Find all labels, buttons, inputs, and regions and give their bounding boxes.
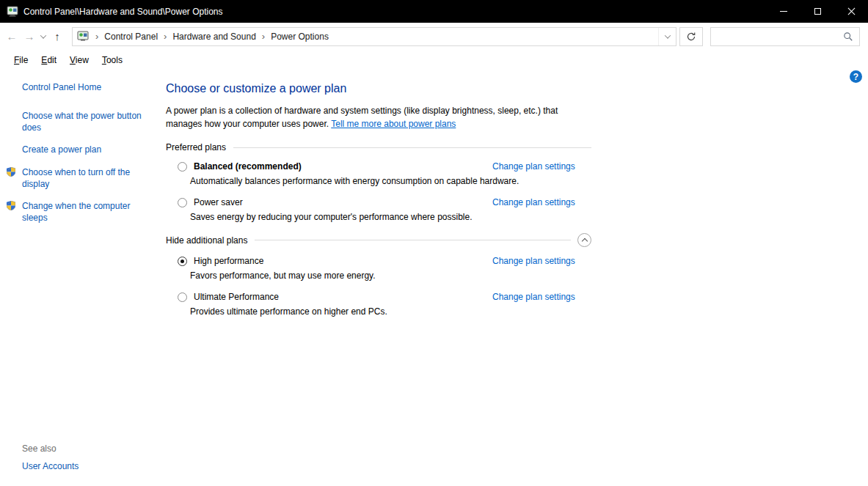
menu-item-edit[interactable]: Edit <box>34 51 63 69</box>
plan-row-high-performance: High performance Change plan settings Fa… <box>166 256 591 281</box>
breadcrumb-item-hardware-and-sound[interactable]: Hardware and Sound <box>172 30 256 43</box>
search-input[interactable] <box>717 31 843 43</box>
control-panel-icon <box>7 6 18 18</box>
sidebar-item-user-accounts[interactable]: User Accounts <box>22 461 79 471</box>
sidebar-item-label: Choose when to turn off the display <box>22 167 130 189</box>
shield-icon <box>7 167 15 177</box>
refresh-button[interactable] <box>679 27 703 46</box>
window-titlebar: Control Panel\Hardware and Sound\Power O… <box>0 0 868 23</box>
menubar: File Edit View Tools <box>0 50 868 70</box>
chevron-right-icon[interactable]: › <box>257 31 270 42</box>
learn-more-link[interactable]: Tell me more about power plans <box>331 119 456 129</box>
chevron-right-icon[interactable]: › <box>158 31 172 42</box>
minimize-icon <box>780 11 787 12</box>
change-plan-settings-link[interactable]: Change plan settings <box>492 161 591 172</box>
menu-item-view[interactable]: View <box>63 51 95 69</box>
sidebar-item-label: Create a power plan <box>22 144 101 155</box>
divider <box>255 240 571 240</box>
forward-button[interactable]: → <box>21 27 38 46</box>
see-also-label: See also <box>22 443 56 454</box>
address-dropdown-button[interactable] <box>658 28 676 45</box>
plan-description: Favors performance, but may use more ene… <box>190 270 591 281</box>
plan-description: Automatically balances performance with … <box>190 176 591 186</box>
plan-description: Provides ultimate performance on higher … <box>190 306 591 317</box>
change-plan-settings-link[interactable]: Change plan settings <box>492 256 591 266</box>
window-title: Control Panel\Hardware and Sound\Power O… <box>23 7 223 17</box>
sidebar: Control Panel Home Choose what the power… <box>0 70 166 486</box>
sidebar-item-label: Choose what the power button does <box>22 111 142 133</box>
plan-radio-power-saver[interactable] <box>178 198 187 207</box>
address-bar[interactable]: › Control Panel › Hardware and Sound › P… <box>72 27 676 46</box>
collapse-section-button[interactable] <box>577 233 591 247</box>
plan-name: High performance <box>194 256 263 266</box>
plan-radio-ultimate-performance[interactable] <box>178 292 187 302</box>
up-button[interactable]: ↑ <box>48 27 66 46</box>
back-icon: ← <box>7 30 18 43</box>
intro-text: A power plan is a collection of hardware… <box>166 104 594 130</box>
close-icon <box>847 7 856 15</box>
plan-row-power-saver: Power saver Change plan settings Saves e… <box>166 197 591 222</box>
content-area: Control Panel Home Choose what the power… <box>0 70 868 486</box>
plan-name: Power saver <box>194 197 243 207</box>
maximize-icon <box>814 8 821 15</box>
chevron-up-icon <box>581 238 587 243</box>
menu-item-tools[interactable]: Tools <box>95 51 129 69</box>
sidebar-item-create-power-plan[interactable]: Create a power plan <box>22 144 148 155</box>
chevron-right-icon[interactable]: › <box>90 31 103 42</box>
back-button[interactable]: ← <box>3 27 21 46</box>
section-additional-plans: Hide additional plans High performance C… <box>166 233 591 317</box>
change-plan-settings-link[interactable]: Change plan settings <box>492 292 591 302</box>
question-icon: ? <box>853 72 858 82</box>
plan-row-balanced: Balanced (recommended) Change plan setti… <box>166 161 591 186</box>
plan-name: Ultimate Performance <box>194 292 279 302</box>
shield-icon <box>7 201 15 210</box>
control-panel-icon <box>77 31 89 43</box>
breadcrumb-item-power-options[interactable]: Power Options <box>270 30 329 43</box>
plan-row-ultimate-performance: Ultimate Performance Change plan setting… <box>166 292 591 317</box>
plan-name: Balanced (recommended) <box>194 161 302 172</box>
minimize-button[interactable] <box>767 0 800 23</box>
section-label: Preferred plans <box>166 142 226 152</box>
section-label: Hide additional plans <box>166 235 247 246</box>
help-button[interactable]: ? <box>850 70 862 83</box>
sidebar-item-label: Change when the computer sleeps <box>22 201 130 223</box>
sidebar-item-turn-off-display[interactable]: Choose when to turn off the display <box>22 166 148 190</box>
search-box[interactable] <box>710 27 860 46</box>
section-preferred-plans: Preferred plans Balanced (recommended) C… <box>166 142 591 222</box>
search-icon <box>843 32 853 42</box>
sidebar-item-power-button-does[interactable]: Choose what the power button does <box>22 110 148 133</box>
up-icon: ↑ <box>54 30 60 43</box>
forward-icon: → <box>24 30 35 43</box>
divider <box>233 147 591 148</box>
change-plan-settings-link[interactable]: Change plan settings <box>492 197 591 207</box>
chevron-down-icon <box>40 32 46 38</box>
breadcrumb-item-control-panel[interactable]: Control Panel <box>103 30 158 43</box>
menu-item-file[interactable]: File <box>7 51 34 69</box>
sidebar-item-control-panel-home[interactable]: Control Panel Home <box>22 82 156 92</box>
maximize-button[interactable] <box>800 0 834 23</box>
main-panel: ? Choose or customize a power plan A pow… <box>166 70 868 486</box>
navigation-toolbar: ← → ↑ › Control Panel › Hardware and Sou… <box>0 23 868 50</box>
close-button[interactable] <box>834 0 868 23</box>
recent-pages-button[interactable] <box>38 27 48 46</box>
plan-radio-high-performance[interactable] <box>178 257 187 266</box>
chevron-down-icon <box>664 32 670 38</box>
plan-description: Saves energy by reducing your computer's… <box>190 212 591 222</box>
refresh-icon <box>686 32 696 42</box>
page-title: Choose or customize a power plan <box>166 82 868 95</box>
plan-radio-balanced[interactable] <box>178 162 187 172</box>
sidebar-item-computer-sleeps[interactable]: Change when the computer sleeps <box>22 200 148 224</box>
